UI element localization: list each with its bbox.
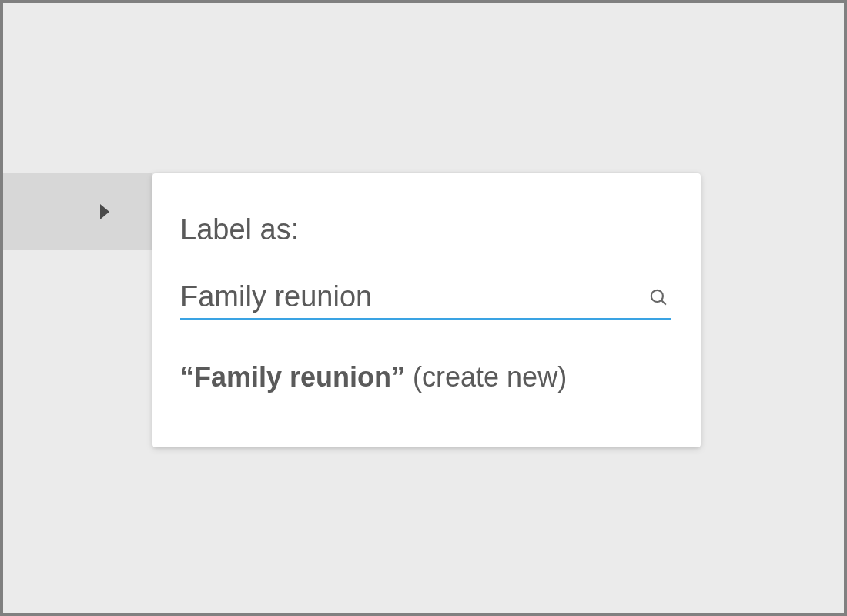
svg-line-1	[661, 300, 666, 304]
label-menu-trigger[interactable]	[3, 173, 152, 250]
search-icon[interactable]	[641, 287, 671, 307]
svg-point-0	[651, 290, 663, 301]
label-popover: Label as: “Family reunion” (create new)	[152, 173, 701, 447]
create-new-label-suffix: (create new)	[405, 361, 567, 393]
popover-title: Label as:	[180, 213, 673, 246]
label-search-row	[180, 280, 671, 320]
create-new-label-option[interactable]: “Family reunion” (create new)	[180, 360, 673, 396]
chevron-right-icon	[100, 204, 109, 219]
app-viewport: Label as: “Family reunion” (create new)	[3, 3, 844, 613]
label-search-input[interactable]	[180, 280, 641, 313]
create-new-label-name: “Family reunion”	[180, 361, 405, 393]
